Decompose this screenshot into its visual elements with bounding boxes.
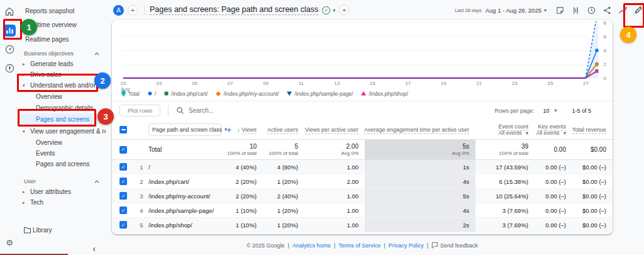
totals-key-events: 0.00: [554, 146, 572, 153]
legend-item-sample-page[interactable]: /index.php/sample-page/: [286, 91, 353, 97]
sidebar-section-user[interactable]: User: [19, 177, 106, 186]
row-checkbox[interactable]: ✓: [119, 192, 127, 200]
svg-text:19: 19: [441, 81, 447, 86]
views-cell: 2 (20%): [236, 193, 263, 200]
sidebar-item-pages-and-screens-2[interactable]: Pages and screens: [19, 159, 106, 169]
active-users-cell: 2 (40%): [277, 193, 304, 200]
sidebar-item-understand-web-app-traffic[interactable]: ▾ Understand web and/or app t...: [19, 80, 106, 91]
sidebar-item-library[interactable]: Library: [19, 224, 106, 237]
send-feedback-button[interactable]: Send feedback: [431, 242, 478, 249]
sidebar-item-drive-sales[interactable]: ▸ Drive sales: [19, 69, 106, 80]
totals-active-users: 5100% of total: [269, 143, 304, 156]
table-body: ✓ 1 / 4 (40%) 4 (80%) 1.00 1s 17 (43.59%…: [112, 160, 613, 232]
legend-item-my-account[interactable]: /index.php/my-account/: [215, 91, 279, 97]
key-event-filter-caret-icon[interactable]: ▾: [564, 130, 566, 136]
chart-canvas[interactable]: 024680103050709111315171921232527Aug: [117, 21, 610, 92]
analytics-home-link[interactable]: Analytics home: [292, 242, 331, 249]
pin-icon: [121, 90, 126, 97]
item-label: User attributes: [30, 186, 71, 197]
sidebar-item-realtime-overview[interactable]: Realtime overview: [19, 18, 106, 32]
reports-icon[interactable]: [3, 24, 16, 37]
legend-label: /index.php/cart/: [171, 91, 208, 97]
sidebar-item-generate-leads[interactable]: ▸ Generate leads: [19, 59, 106, 69]
sidebar-item-overview-2[interactable]: Overview: [19, 137, 106, 148]
admin-gear-icon[interactable]: ⚙: [0, 238, 19, 247]
annotation-step-4: 4: [620, 26, 636, 43]
totals-checkbox[interactable]: ✓: [119, 146, 127, 154]
sidebar-item-demographic-details[interactable]: Demographic details: [19, 103, 106, 113]
add-comparison-button[interactable]: +: [128, 5, 138, 15]
page-title[interactable]: Pages and screens: Page path and screen …: [150, 5, 318, 15]
table-row[interactable]: ✓ 1 / 4 (40%) 4 (80%) 1.00 1s 17 (43.59%…: [112, 160, 613, 174]
event-filter-caret-icon[interactable]: ▾: [526, 130, 528, 136]
item-label: Understand web and/or app t...: [30, 80, 106, 91]
pagination-controls: Rows per page: 10 ▾ 1-5 of 5: [494, 108, 591, 114]
row-checkbox[interactable]: ✓: [119, 178, 127, 185]
edit-pencil-icon[interactable]: [633, 4, 644, 16]
expand-arrow-icon: ▸: [23, 59, 28, 69]
title-caret-icon[interactable]: ▾: [333, 8, 335, 13]
home-icon[interactable]: [3, 5, 16, 18]
sort-descending-icon[interactable]: ↓: [237, 127, 240, 133]
sidebar-collapse-button[interactable]: ‹: [92, 244, 96, 254]
column-header-event-count[interactable]: Event count All events ▾: [498, 123, 535, 136]
add-dimension-button[interactable]: +: [226, 125, 231, 135]
svg-text:09: 09: [263, 81, 269, 86]
sidebar-item-events[interactable]: Events: [19, 148, 106, 159]
rows-per-page-select[interactable]: 10: [543, 108, 549, 114]
legend-item-cart[interactable]: /index.php/cart/: [164, 91, 208, 97]
item-label: Library: [33, 227, 52, 234]
svg-text:6: 6: [604, 34, 607, 40]
column-header-key-events[interactable]: Key events All events ▾: [536, 123, 572, 136]
legend-item-shop[interactable]: /index.php/shop/: [360, 91, 408, 97]
comparisons-icon[interactable]: [570, 4, 581, 16]
notes-icon[interactable]: [554, 4, 565, 16]
plot-rows-button[interactable]: Plot rows: [119, 105, 160, 116]
column-header-total-revenue[interactable]: Total revenue: [572, 127, 613, 133]
avatar[interactable]: A: [113, 5, 124, 16]
app-icon-rail: ⚙: [0, 0, 19, 255]
sidebar-item-view-user-engagement[interactable]: ▾ View user engagement & rete...: [19, 125, 106, 137]
dimension-dropdown[interactable]: Page path and screen class ▾: [148, 123, 221, 136]
row-checkbox[interactable]: ✓: [119, 207, 127, 214]
date-range-picker[interactable]: Aug 1 - Aug 28, 2025: [486, 7, 541, 14]
column-header-avg-engagement[interactable]: Average engagement time per active user: [364, 127, 475, 133]
sidebar-item-reports-snapshot[interactable]: Reports snapshot: [19, 5, 106, 18]
row-index: 1: [140, 164, 143, 171]
sidebar-item-tech[interactable]: ▸ Tech: [19, 197, 106, 208]
terms-of-service-link[interactable]: Terms of Service: [338, 242, 380, 249]
table-row[interactable]: ✓ 2 /index.php/cart/ 2 (20%) 1 (20%) 2.0…: [112, 174, 613, 189]
svg-text:4: 4: [604, 48, 607, 54]
table-totals-row: ✓ Total 10100% of total 5100% of total 2…: [112, 140, 613, 160]
explore-icon[interactable]: [3, 62, 16, 74]
row-checkbox[interactable]: ✓: [119, 163, 127, 171]
page-path-cell: /index.php/cart/: [148, 178, 221, 185]
add-report-button[interactable]: +: [339, 5, 349, 15]
column-header-views-per-active-user[interactable]: Views per active user: [305, 127, 365, 133]
column-header-active-users[interactable]: Active users: [267, 127, 304, 133]
legend-item-total[interactable]: Total: [121, 90, 140, 97]
insights-icon[interactable]: [617, 4, 628, 16]
sidebar-item-pages-and-screens-selected[interactable]: Pages and screens: [19, 113, 102, 125]
advertising-icon[interactable]: [3, 43, 16, 55]
privacy-policy-link[interactable]: Privacy Policy: [389, 242, 424, 249]
svg-text:07: 07: [228, 81, 233, 86]
data-quality-icon[interactable]: [586, 4, 597, 16]
row-checkbox[interactable]: ✓: [119, 221, 127, 229]
table-row[interactable]: ✓ 5 /index.php/shop/ 1 (10%) 1 (20%) 1.0…: [112, 218, 613, 232]
sidebar-item-realtime-pages[interactable]: Realtime pages: [19, 32, 106, 47]
rows-per-page-caret-icon[interactable]: ▾: [554, 108, 557, 113]
search-input[interactable]: [187, 106, 316, 115]
sidebar-item-user-attributes[interactable]: ▸ User attributes: [19, 186, 106, 197]
topbar-icons: [554, 4, 644, 16]
sidebar-item-overview-1[interactable]: Overview: [19, 91, 106, 103]
table-row[interactable]: ✓ 3 /index.php/my-account/ 2 (20%) 2 (40…: [112, 189, 613, 203]
share-icon[interactable]: [601, 4, 613, 16]
page-footer: © 2025 Google | Analytics home | Terms o…: [112, 242, 613, 249]
select-all-checkbox[interactable]: [119, 126, 127, 133]
sidebar-section-business-objectives[interactable]: Business objectives: [19, 49, 106, 59]
date-caret-icon[interactable]: ▾: [544, 8, 547, 13]
table-row[interactable]: ✓ 4 /index.php/sample-page/ 1 (10%) 1 (2…: [112, 203, 613, 218]
column-header-views[interactable]: ↓ Views: [237, 127, 263, 133]
legend-item-root[interactable]: /: [147, 91, 156, 97]
